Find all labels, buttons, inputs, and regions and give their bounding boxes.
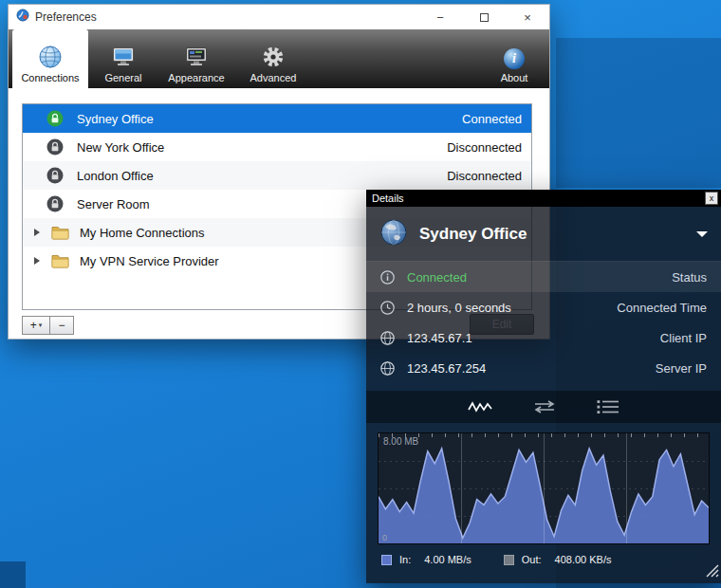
server-ip-value: 123.45.67.254 [407,361,486,376]
remove-connection-button[interactable]: − [49,316,74,335]
globe-icon [379,218,408,250]
chevron-down-icon: ▾ [39,322,43,329]
connection-name: New York Office [77,140,164,155]
connected-time-value: 2 hours, 0 seconds [407,301,511,315]
graph-gridline [461,433,462,543]
display-icon [184,44,209,69]
graph-max-label: 8.00 MB [383,436,418,447]
details-close-button[interactable]: x [705,192,718,205]
server-ip-label: Server IP [656,361,707,376]
connection-status: Disconnected [447,169,531,183]
client-ip-row: 123.45.67.1 Client IP [366,322,721,353]
details-window: Details x Sydney Office [366,190,721,583]
out-value: 408.00 KB/s [555,554,612,565]
folder-name: My Home Connections [80,226,205,240]
status-label: Status [672,270,707,285]
tab-about[interactable]: i About [485,29,544,88]
window-title: Preferences [35,10,97,24]
traffic-graph-icon[interactable] [468,399,492,414]
out-label: Out: [522,554,542,565]
in-label: In: [399,554,411,565]
out-swatch-icon [504,555,514,565]
details-titlebar[interactable]: Details x [366,190,721,207]
traffic-graph: 8.00 MB 0 [378,432,710,544]
folder-icon [51,225,69,240]
add-button-label: + [30,319,37,332]
tab-connections[interactable]: Connections [12,29,88,88]
tab-label: Appearance [168,72,224,83]
app-icon [16,9,29,26]
close-button[interactable]: × [506,5,549,29]
folder-name: My VPN Service Provider [80,254,219,268]
gear-icon [261,44,286,69]
status-row: Connected Status [366,262,721,292]
resize-grip[interactable] [706,564,719,581]
wallpaper-shape [556,38,721,188]
in-swatch-icon [381,555,392,565]
globe-icon [380,361,395,376]
maximize-icon [480,13,489,22]
lock-connected-icon [46,110,64,127]
tab-label: General [104,72,141,83]
chevron-down-icon[interactable] [696,231,708,237]
tab-general[interactable]: General [94,29,153,88]
clock-icon [380,301,395,315]
preferences-toolbar: Connections General [9,29,549,88]
computer-icon [111,44,136,69]
tab-appearance[interactable]: Appearance [158,29,234,88]
connected-time-label: Connected Time [617,301,707,315]
folder-icon [51,253,69,268]
details-connection-name: Sydney Office [419,225,527,244]
connection-name: Sydney Office [77,112,154,126]
tab-label: Advanced [250,72,297,83]
connection-row-london[interactable]: London Office Disconnected [23,161,531,190]
in-value: 4.00 MB/s [424,554,471,565]
connection-selector[interactable]: Sydney Office [366,207,721,262]
add-connection-button[interactable]: + ▾ [22,316,50,335]
graph-gridline [544,433,545,543]
transfer-arrows-icon[interactable] [532,399,557,414]
graph-gridline [626,433,627,543]
server-ip-row: 123.45.67.254 Server IP [366,353,721,383]
info-icon [380,270,395,285]
globe-icon [380,331,395,345]
connection-row-sydney[interactable]: Sydney Office Connected [23,104,531,133]
expand-arrow-icon[interactable] [34,257,40,265]
connection-name: London Office [77,169,154,183]
details-toolbar [366,391,721,423]
connection-status: Disconnected [447,140,531,155]
lock-disconnected-icon [46,138,64,156]
maximize-button[interactable] [462,5,506,29]
info-icon: i [504,44,525,69]
client-ip-value: 123.45.67.1 [407,331,472,345]
globe-icon [38,44,63,69]
traffic-legend: In: 4.00 MB/s Out: 408.00 KB/s [366,554,721,565]
details-body: Sydney Office Connected Status [366,207,721,583]
lock-disconnected-icon [46,195,64,212]
connection-row-newyork[interactable]: New York Office Disconnected [23,133,531,161]
tab-advanced[interactable]: Advanced [238,29,308,88]
minimize-button[interactable]: − [418,5,462,29]
status-value: Connected [407,270,467,285]
tab-label: About [501,72,528,83]
details-window-title: Details [372,193,404,204]
preferences-titlebar[interactable]: Preferences − × [9,5,549,29]
tab-label: Connections [21,72,79,83]
connection-status: Connected [462,112,531,126]
lock-disconnected-icon [46,167,64,184]
wallpaper-corner-shape [0,561,26,588]
client-ip-label: Client IP [660,331,707,345]
connected-time-row: 2 hours, 0 seconds Connected Time [366,292,721,322]
log-list-icon[interactable] [597,399,619,414]
desktop: Preferences − × [0,0,721,588]
expand-arrow-icon[interactable] [34,229,40,236]
info-icon-glyph: i [504,48,525,69]
connection-name: Server Room [77,197,150,211]
graph-zero-label: 0 [382,533,387,542]
